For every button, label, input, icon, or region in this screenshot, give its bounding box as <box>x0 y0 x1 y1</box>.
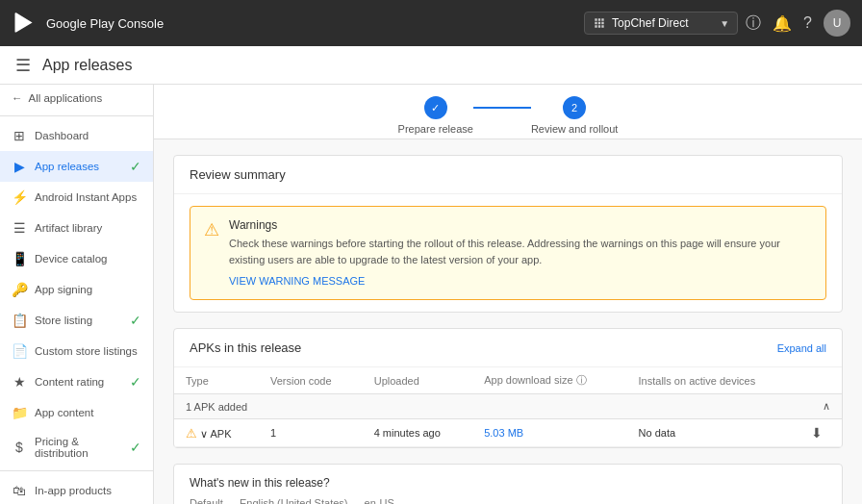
apks-title: APKs in this release <box>190 340 301 355</box>
sidebar-item-device[interactable]: 📱 Device catalog <box>0 243 153 274</box>
apk-data-row: ⚠ ∨ APK 1 4 minutes ago 5.03 MB No data … <box>174 419 842 447</box>
sidebar-divider <box>0 115 153 116</box>
logo: Google Play Console <box>12 10 164 37</box>
review-summary-card: Review summary ⚠ Warnings Check these wa… <box>173 155 843 313</box>
app-selector-icon <box>593 16 606 30</box>
sidebar-label-store: Store listing <box>35 315 122 326</box>
instant-icon: ⚡ <box>12 189 27 205</box>
apk-download-cell: ⬇ <box>799 419 842 447</box>
sidebar-item-custom-store[interactable]: 📄 Custom store listings <box>0 336 153 366</box>
store-icon: 📋 <box>12 313 27 328</box>
col-installs: Installs on active devices <box>627 367 799 394</box>
sidebar-label-pricing: Pricing & distribution <box>35 436 122 459</box>
sidebar-label-artifact: Artifact library <box>35 222 141 234</box>
step-prepare: ✓ Prepare release <box>398 96 473 135</box>
collapse-icon[interactable]: ∧ <box>823 400 830 412</box>
sidebar-label-custom-store: Custom store listings <box>35 345 141 357</box>
device-icon: 📱 <box>12 251 27 266</box>
sidebar-label-signing: App signing <box>35 284 141 295</box>
apk-added-row: 1 APK added ∧ <box>174 394 842 419</box>
hamburger-icon[interactable]: ☰ <box>15 55 31 76</box>
warning-text: Check these warnings before starting the… <box>229 236 812 267</box>
sidebar-item-android-instant[interactable]: ⚡ Android Instant Apps <box>0 182 153 213</box>
apk-size-cell: 5.03 MB <box>472 419 626 447</box>
topbar-icons: ⓘ 🔔 ? U <box>746 10 850 37</box>
sidebar-item-pricing[interactable]: $ Pricing & distribution ✓ <box>0 428 153 466</box>
avatar[interactable]: U <box>824 10 850 37</box>
whats-new-card: What's new in this release? Default — En… <box>173 464 843 504</box>
sidebar-item-in-app[interactable]: 🛍 In-app products <box>0 475 153 504</box>
sidebar-item-signing[interactable]: 🔑 App signing <box>0 274 153 305</box>
selector-arrow: ▼ <box>720 18 729 29</box>
custom-store-icon: 📄 <box>12 343 27 359</box>
sidebar-item-artifact[interactable]: ☰ Artifact library <box>0 213 153 243</box>
stepper: ✓ Prepare release 2 Review and rollout <box>154 85 862 139</box>
sidebar: ← All applications ⊞ Dashboard ▶ App rel… <box>0 85 154 504</box>
whats-new-section: What's new in this release? Default — En… <box>174 465 842 504</box>
app-titlebar: ☰ App releases <box>0 46 862 85</box>
whats-new-title: What's new in this release? <box>190 476 826 490</box>
download-icon[interactable]: ⬇ <box>811 425 823 441</box>
pricing-icon: $ <box>12 440 27 455</box>
releases-icon: ▶ <box>12 159 27 174</box>
step-review-label: Review and rollout <box>531 123 619 135</box>
apk-table: Type Version code Uploaded App download … <box>174 367 842 447</box>
play-store-icon <box>12 10 38 37</box>
logo-text: Google Play Console <box>46 16 164 31</box>
store-check-icon: ✓ <box>130 313 141 328</box>
sidebar-label-in-app: In-app products <box>35 485 141 496</box>
sidebar-label-content-rating: Content rating <box>35 376 122 388</box>
apks-card: APKs in this release Expand all Type Ver… <box>173 328 843 448</box>
help-icon[interactable]: ? <box>803 14 812 32</box>
apk-size-value[interactable]: 5.03 MB <box>484 427 523 439</box>
content-rating-icon: ★ <box>12 374 27 390</box>
col-download-size: App download size ⓘ <box>472 367 626 394</box>
app-content-icon: 📁 <box>12 405 27 420</box>
back-arrow-icon: ← <box>12 92 23 104</box>
sidebar-label-app-content: App content <box>35 407 141 418</box>
sidebar-back-label: All applications <box>29 92 103 104</box>
apk-uploaded-cell: 4 minutes ago <box>363 419 473 447</box>
review-summary-header: Review summary <box>174 156 842 194</box>
sidebar-label-instant: Android Instant Apps <box>35 191 141 203</box>
apk-warning-icon: ⚠ <box>186 426 197 441</box>
apk-type-label: APK <box>211 428 232 440</box>
view-warning-link[interactable]: VIEW WARNING MESSAGE <box>229 275 365 287</box>
sidebar-item-store-listing[interactable]: 📋 Store listing ✓ <box>0 305 153 336</box>
expand-all-button[interactable]: Expand all <box>777 342 826 354</box>
content-inner: Review summary ⚠ Warnings Check these wa… <box>154 139 862 504</box>
apk-version-cell: 1 <box>259 419 363 447</box>
warning-box: ⚠ Warnings Check these warnings before s… <box>190 206 826 300</box>
content-rating-check-icon: ✓ <box>130 374 141 390</box>
sidebar-item-content-rating[interactable]: ★ Content rating ✓ <box>0 366 153 397</box>
sidebar-back[interactable]: ← All applications <box>0 85 153 112</box>
step-review: 2 Review and rollout <box>531 96 619 135</box>
apk-installs-cell: No data <box>627 419 799 447</box>
info-icon[interactable]: ⓘ <box>746 13 761 34</box>
step-prepare-circle: ✓ <box>424 96 447 119</box>
apk-type-cell: ⚠ ∨ APK <box>174 419 259 447</box>
apk-table-body: 1 APK added ∧ ⚠ ∨ APK 1 4 minutes ago 5. <box>174 394 842 447</box>
warning-content: Warnings Check these warnings before sta… <box>229 218 812 288</box>
warning-triangle-icon: ⚠ <box>204 219 219 288</box>
col-action <box>799 367 842 394</box>
app-name: TopChef Direct <box>612 16 688 30</box>
step-connector <box>473 107 531 109</box>
in-app-icon: 🛍 <box>12 483 27 498</box>
artifact-icon: ☰ <box>12 220 27 236</box>
dashboard-icon: ⊞ <box>12 128 27 143</box>
signing-icon: 🔑 <box>12 282 27 297</box>
content-area: ✓ Prepare release 2 Review and rollout R… <box>154 85 862 504</box>
releases-check-icon: ✓ <box>130 159 141 174</box>
bell-icon[interactable]: 🔔 <box>773 14 792 33</box>
warning-title: Warnings <box>229 218 812 232</box>
app-selector[interactable]: TopChef Direct ▼ <box>584 12 738 35</box>
apk-added-label: 1 APK added <box>174 394 799 419</box>
step-prepare-label: Prepare release <box>398 123 473 135</box>
sidebar-item-dashboard[interactable]: ⊞ Dashboard <box>0 120 153 151</box>
apk-expand-icon[interactable]: ∨ <box>200 428 208 440</box>
pricing-check-icon: ✓ <box>130 440 141 455</box>
sidebar-item-app-releases[interactable]: ▶ App releases ✓ <box>0 151 153 182</box>
main-layout: ← All applications ⊞ Dashboard ▶ App rel… <box>0 85 862 504</box>
sidebar-item-app-content[interactable]: 📁 App content <box>0 397 153 428</box>
